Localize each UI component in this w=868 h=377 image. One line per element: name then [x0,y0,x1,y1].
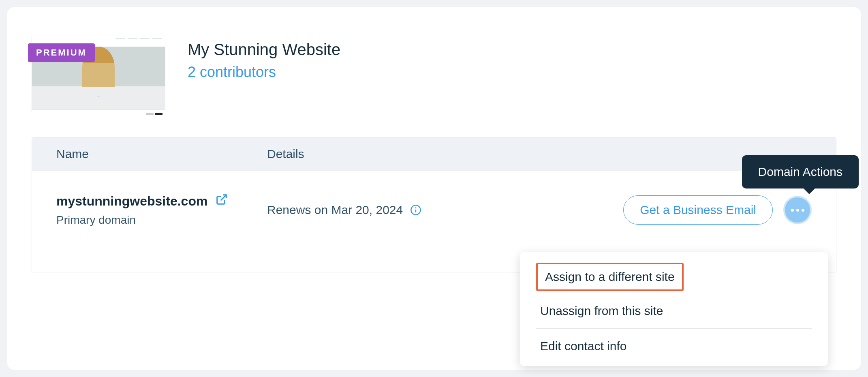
info-icon[interactable] [410,204,421,216]
contributors-link[interactable]: 2 contributors [188,64,276,80]
domain-cell: mystunningwebsite.com Primary domain [56,193,267,227]
domain-name: mystunningwebsite.com [56,194,207,209]
domain-actions-tooltip: Domain Actions [742,155,859,188]
svg-point-3 [415,207,417,208]
site-header: —— — — PREMIUM My Stunning Website 2 con… [32,36,836,113]
svg-line-0 [221,195,227,201]
menu-item-assign-highlight: Assign to a different site [536,263,684,291]
table-header: Name Details [32,137,836,171]
header-name: Name [56,147,267,161]
details-cell: Renews on Mar 20, 2024 [267,203,623,217]
premium-badge: PREMIUM [28,43,95,62]
domain-row: mystunningwebsite.com Primary domain Ren… [32,171,836,249]
domain-subtitle: Primary domain [56,214,267,227]
domains-table: Name Details mystunningwebsite.com Prima… [32,137,836,272]
menu-item-edit-contact[interactable]: Edit contact info [536,330,812,362]
menu-item-unassign[interactable]: Unassign from this site [536,295,812,327]
get-business-email-button[interactable]: Get a Business Email [623,195,773,225]
domain-actions-button[interactable]: Domain Actions [783,196,812,224]
thumb-body: —— — — [32,86,165,109]
site-thumbnail[interactable]: —— — — PREMIUM [32,36,165,113]
domain-actions-menu: Assign to a different site Unassign from… [520,252,828,366]
menu-item-assign[interactable]: Assign to a different site [545,270,675,284]
thumb-footer [32,109,165,119]
actions-cell: Get a Business Email Domain Actions [623,195,812,225]
site-card: —— — — PREMIUM My Stunning Website 2 con… [7,7,861,370]
more-icon [791,209,804,212]
renewal-text: Renews on Mar 20, 2024 [267,203,403,217]
site-titles: My Stunning Website 2 contributors [188,36,340,81]
site-title: My Stunning Website [188,41,340,59]
header-details: Details [267,147,812,161]
domain-name-line: mystunningwebsite.com [56,193,267,209]
external-link-icon[interactable] [216,193,228,209]
menu-divider [536,328,812,329]
